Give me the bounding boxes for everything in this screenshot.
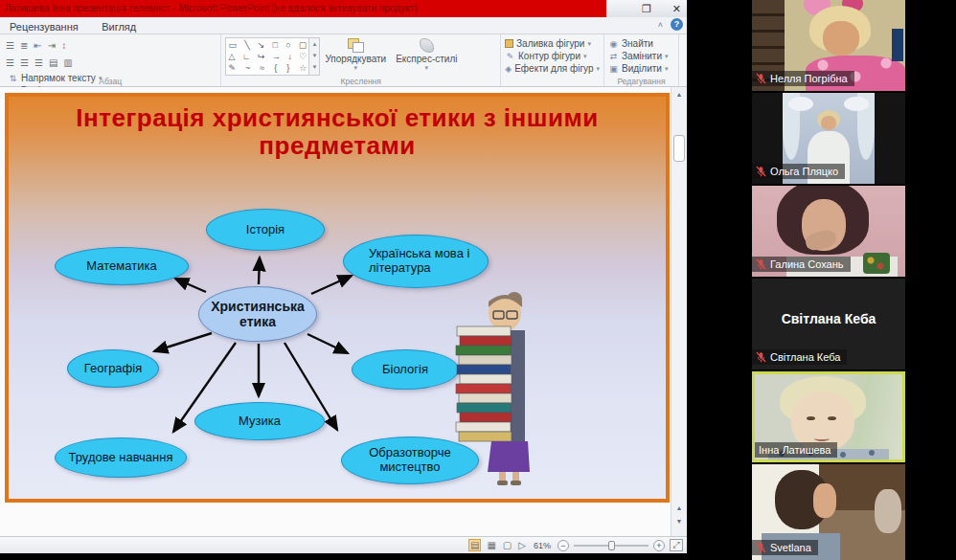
arrange-button[interactable]: Упорядкувати ▾ (320, 37, 391, 73)
restore-window-icon[interactable]: ❐ (642, 3, 651, 15)
diagram-node-biology[interactable]: Біологія (352, 349, 459, 390)
align-left-icon[interactable]: ☰ (6, 56, 14, 70)
participant-name-label: Світлана Кеба (752, 349, 847, 365)
zoom-slider[interactable] (574, 545, 649, 547)
participant-tile[interactable]: Ольга Пляцко (752, 93, 905, 184)
tab-review[interactable]: Рецензування (0, 19, 88, 33)
chevron-down-icon: ▾ (665, 53, 669, 60)
zoom-level[interactable]: 61% (534, 541, 551, 550)
shape-icon[interactable]: ~ (245, 62, 250, 74)
shape-outline-button[interactable]: ✎ Контур фігури ▾ (505, 50, 600, 62)
shapes-gallery-scrollbar[interactable]: ▲ ▼ ▼ (309, 37, 320, 76)
participant-tile[interactable]: Галина Сохань (752, 186, 905, 277)
shape-icon[interactable]: ↪ (258, 51, 265, 62)
previous-slide-icon[interactable]: ▲ (671, 504, 687, 511)
replace-button[interactable]: ⇄ Замінити ▾ (608, 50, 674, 62)
slide-area: Інтеграція християнської етики з іншими … (0, 87, 687, 536)
title-bar: Латишева Інна презентація телемист - Mic… (0, 0, 687, 17)
diagram-node-labor[interactable]: Трудове навчання (55, 437, 187, 478)
shape-icon[interactable]: ↓ (287, 51, 292, 62)
scroll-down-icon[interactable]: ▼ (309, 50, 319, 61)
participant-tile-active-speaker[interactable]: Інна Латишева (752, 371, 905, 462)
chevron-down-icon: ▾ (587, 40, 591, 48)
shape-icon[interactable]: ▢ (299, 39, 307, 51)
diagram-node-geography[interactable]: Географія (67, 349, 159, 388)
next-slide-icon[interactable]: ▼ (671, 518, 687, 525)
shape-icon[interactable]: ≈ (260, 62, 264, 74)
quick-styles-icon (420, 38, 434, 53)
find-button[interactable]: ◉ Знайти (608, 37, 674, 50)
status-bar: ▤ ▦ ▢ ▷ 61% − + ⤢ (0, 536, 687, 553)
shape-fill-icon (505, 39, 513, 48)
shape-icon[interactable]: △ (228, 51, 235, 62)
diagram-node-center[interactable]: Християнська етика (198, 286, 317, 342)
shape-icon[interactable]: ╲ (244, 39, 249, 51)
shape-fill-button[interactable]: Заливка фігури ▾ (505, 37, 600, 50)
shape-icon[interactable]: ↘ (258, 39, 265, 51)
group-paragraph: ☰ ≣ ⇤ ⇥ ↕ ☰ ☰ ☰ ▤ ▥ (0, 34, 221, 86)
quick-styles-button[interactable]: Експрес-стилі ▾ (391, 37, 462, 73)
select-icon: ▣ (608, 64, 619, 74)
shape-effects-button[interactable]: ◈ Ефекти для фігур ▾ (505, 62, 600, 75)
collapse-ribbon-icon[interactable]: ˄ (658, 20, 663, 30)
indent-increase-icon[interactable]: ⇥ (48, 39, 56, 53)
close-window-icon[interactable]: ✕ (672, 3, 681, 15)
shape-icon[interactable]: ✎ (228, 62, 236, 74)
shape-icon[interactable]: ○ (285, 39, 290, 51)
justify-icon[interactable]: ▤ (49, 56, 57, 70)
scrollbar-thumb[interactable] (673, 135, 685, 162)
scroll-up-icon[interactable]: ▲ (309, 38, 319, 50)
bullets-icon[interactable]: ☰ (6, 39, 14, 53)
group-editing: ◉ Знайти ⇄ Замінити ▾ ▣ Виділити ▾ Редаг… (604, 34, 679, 86)
chevron-down-icon: ▾ (396, 64, 457, 72)
view-slideshow-button[interactable]: ▷ (517, 540, 527, 550)
chevron-down-icon: ▾ (325, 64, 386, 72)
find-icon: ◉ (608, 39, 619, 49)
indent-decrease-icon[interactable]: ⇤ (34, 39, 41, 53)
participant-tile[interactable]: Світлана Кеба Світлана Кеба (752, 279, 905, 370)
view-reading-button[interactable]: ▢ (502, 540, 512, 550)
group-label-editing: Редагування (604, 77, 678, 86)
shape-icon[interactable]: □ (273, 39, 278, 51)
replace-icon: ⇄ (608, 52, 619, 61)
shape-effects-icon: ◈ (505, 64, 512, 74)
ribbon-spacer (679, 34, 687, 86)
ribbon-tabs: Рецензування Вигляд ˄ ? (0, 17, 687, 34)
zoom-in-button[interactable]: + (653, 540, 665, 551)
columns-icon[interactable]: ▥ (63, 56, 72, 70)
zoom-slider-thumb[interactable] (608, 541, 615, 550)
select-button[interactable]: ▣ Виділити ▾ (608, 62, 674, 75)
shape-icon[interactable]: { (274, 62, 277, 74)
zoom-out-button[interactable]: − (558, 540, 569, 551)
align-right-icon[interactable]: ☰ (34, 56, 43, 70)
shape-icon[interactable]: } (286, 62, 289, 74)
slide-canvas[interactable]: Інтеграція християнської етики з іншими … (5, 93, 670, 503)
shapes-gallery[interactable]: ▭ ╲ ↘ □ ○ ▢ △ ∟ ↪ → ↓ ♡ (225, 37, 309, 76)
participant-tile[interactable]: Нелля Погрібна (752, 0, 905, 91)
participant-tile[interactable]: Svetlana (752, 464, 905, 560)
shape-icon[interactable]: ▭ (228, 39, 237, 51)
muted-mic-icon (756, 166, 766, 177)
view-normal-button[interactable]: ▤ (468, 539, 481, 551)
scroll-up-icon[interactable]: ▲ (671, 91, 687, 98)
align-center-icon[interactable]: ☰ (20, 56, 29, 70)
shape-icon[interactable]: → (272, 51, 281, 62)
help-icon[interactable]: ? (671, 18, 683, 31)
numbering-icon[interactable]: ≣ (20, 39, 28, 53)
line-spacing-icon[interactable]: ↕ (61, 39, 66, 53)
shape-icon[interactable]: ∟ (242, 51, 251, 62)
tab-view[interactable]: Вигляд (92, 19, 146, 33)
diagram-node-math[interactable]: Математика (55, 247, 189, 285)
diagram-node-music[interactable]: Музика (194, 402, 325, 440)
group-label-drawing: Креслення (221, 77, 500, 86)
gallery-more-icon[interactable]: ▼ (309, 61, 319, 73)
shape-icon[interactable]: ☆ (299, 62, 307, 74)
fit-to-window-button[interactable]: ⤢ (670, 539, 683, 551)
view-slide-sorter-button[interactable]: ▦ (486, 540, 496, 550)
diagram-node-history[interactable]: Історія (206, 209, 325, 251)
participant-display-name: Світлана Кеба (752, 311, 905, 326)
chevron-down-icon: ▾ (665, 65, 669, 73)
shape-icon[interactable]: ♡ (299, 51, 307, 62)
diagram-node-ukrainian[interactable]: Українська мова і література (343, 235, 489, 288)
vertical-scrollbar[interactable]: ▲ ▲ ▼ (671, 87, 687, 536)
